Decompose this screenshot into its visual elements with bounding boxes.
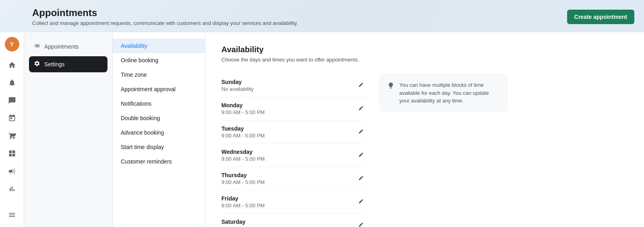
edit-day-button[interactable] [356, 150, 366, 161]
settings-item-advance-booking[interactable]: Advance booking [113, 125, 205, 140]
settings-icon [34, 60, 40, 68]
day-time: 9:00 AM - 5:00 PM [221, 109, 265, 115]
day-info: Tuesday 9:00 AM - 5:00 PM [221, 125, 265, 139]
day-name: Saturday [221, 219, 254, 225]
nav-item-appointments[interactable]: Appointments [29, 39, 107, 55]
day-time: 9:00 AM - 5:00 PM [221, 202, 265, 209]
settings-item-approval[interactable]: Appointment approval [113, 82, 205, 96]
settings-item-availability[interactable]: Availability [113, 39, 205, 53]
menu-icon[interactable] [5, 208, 19, 222]
day-info: Wednesday 9:00 AM - 5:00 PM [221, 149, 265, 162]
day-name: Friday [221, 195, 265, 202]
top-header: Appointments Collect and manage appointm… [0, 0, 644, 32]
page-title: Appointments [32, 7, 298, 18]
settings-item-online-booking[interactable]: Online booking [113, 53, 205, 67]
edit-day-button[interactable] [356, 220, 366, 227]
day-row: Friday 9:00 AM - 5:00 PM [221, 190, 366, 214]
day-name: Tuesday [221, 125, 265, 132]
calendar-icon[interactable] [5, 111, 19, 125]
day-row: Wednesday 9:00 AM - 5:00 PM [221, 144, 366, 167]
content-subtitle: Choose the days and times you want to of… [221, 57, 628, 63]
day-time: No availability [221, 86, 254, 92]
day-name: Thursday [221, 172, 265, 178]
nav-item-settings[interactable]: Settings [29, 56, 107, 72]
chart-icon[interactable] [5, 182, 19, 196]
avatar[interactable]: Y [5, 37, 19, 51]
settings-item-double-booking[interactable]: Double booking [113, 111, 205, 125]
page-subtitle: Collect and manage appointment requests,… [32, 20, 298, 26]
day-row: Tuesday 9:00 AM - 5:00 PM [221, 121, 366, 144]
left-sidebar: Y [0, 32, 24, 227]
edit-day-button[interactable] [356, 104, 366, 114]
main-content: Availability Choose the days and times y… [205, 32, 644, 227]
main-layout: Y A [0, 32, 644, 227]
content-title: Availability [221, 45, 628, 54]
edit-day-button[interactable] [356, 127, 366, 137]
grid-icon[interactable] [5, 146, 19, 161]
nav-appointments-label: Appointments [44, 43, 79, 50]
bell-icon[interactable] [5, 76, 19, 90]
day-row: Monday 9:00 AM - 5:00 PM [221, 97, 366, 121]
settings-panel: Availability Online booking Time zone Ap… [113, 32, 205, 227]
edit-day-button[interactable] [356, 80, 366, 91]
edit-day-button[interactable] [356, 197, 366, 207]
megaphone-icon[interactable] [5, 164, 19, 178]
day-time: 9:00 AM - 5:00 PM [221, 156, 265, 162]
info-box: You can have multiple blocks of time ava… [379, 74, 508, 112]
settings-item-start-time[interactable]: Start time display [113, 140, 205, 154]
shop-icon[interactable] [5, 129, 19, 143]
day-info: Sunday No availability [221, 79, 254, 92]
edit-day-button[interactable] [356, 174, 366, 184]
settings-item-timezone[interactable]: Time zone [113, 67, 205, 82]
nav-panel: Appointments Settings [24, 32, 113, 227]
day-row: Saturday No availability [221, 214, 366, 227]
lightbulb-icon [387, 82, 394, 91]
info-text: You can have multiple blocks of time ava… [399, 81, 500, 105]
day-time: 9:00 AM - 5:00 PM [221, 179, 265, 185]
create-appointment-button[interactable]: Create appointment [567, 10, 634, 24]
day-info: Saturday No availability [221, 219, 254, 227]
day-name: Sunday [221, 79, 254, 85]
settings-item-customer-reminders[interactable]: Customer reminders [113, 154, 205, 169]
day-info: Monday 9:00 AM - 5:00 PM [221, 102, 265, 115]
list-icon [34, 43, 40, 51]
availability-list: Sunday No availability Monday 9:00 AM - … [221, 74, 366, 227]
chat-icon[interactable] [5, 93, 19, 108]
day-name: Wednesday [221, 149, 265, 155]
settings-item-notifications[interactable]: Notifications [113, 96, 205, 111]
nav-settings-label: Settings [44, 61, 65, 67]
day-name: Monday [221, 102, 265, 108]
day-row: Sunday No availability [221, 74, 366, 97]
day-info: Friday 9:00 AM - 5:00 PM [221, 195, 265, 209]
day-info: Thursday 9:00 AM - 5:00 PM [221, 172, 265, 185]
availability-grid: Sunday No availability Monday 9:00 AM - … [221, 74, 628, 227]
day-row: Thursday 9:00 AM - 5:00 PM [221, 167, 366, 190]
header-left: Appointments Collect and manage appointm… [32, 7, 298, 26]
day-time: 9:00 AM - 5:00 PM [221, 133, 265, 139]
home-icon[interactable] [5, 58, 19, 72]
